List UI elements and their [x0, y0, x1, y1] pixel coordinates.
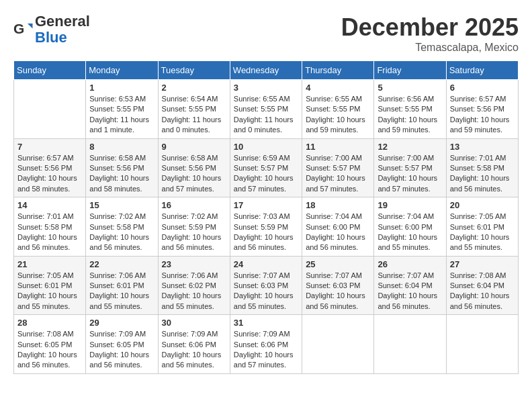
day-info: Sunrise: 6:58 AM Sunset: 5:56 PM Dayligh…	[89, 153, 154, 195]
calendar-cell	[446, 315, 518, 374]
week-row-4: 21Sunrise: 7:05 AM Sunset: 6:01 PM Dayli…	[14, 256, 519, 315]
day-info: Sunrise: 6:57 AM Sunset: 5:56 PM Dayligh…	[17, 153, 82, 195]
calendar-cell: 30Sunrise: 7:09 AM Sunset: 6:06 PM Dayli…	[158, 315, 230, 374]
day-number: 24	[234, 259, 298, 269]
day-number: 12	[378, 142, 442, 152]
day-info: Sunrise: 6:58 AM Sunset: 5:56 PM Dayligh…	[162, 153, 226, 195]
day-info: Sunrise: 7:01 AM Sunset: 5:58 PM Dayligh…	[17, 212, 82, 253]
header-friday: Friday	[374, 61, 446, 80]
calendar-cell: 18Sunrise: 7:04 AM Sunset: 6:00 PM Dayli…	[302, 197, 374, 257]
calendar-table: SundayMondayTuesdayWednesdayThursdayFrid…	[13, 60, 519, 374]
calendar-cell: 22Sunrise: 7:06 AM Sunset: 6:01 PM Dayli…	[86, 256, 158, 315]
day-number: 28	[17, 318, 82, 328]
day-number: 5	[378, 83, 442, 93]
day-number: 6	[450, 83, 515, 93]
svg-marker-1	[28, 24, 33, 29]
day-info: Sunrise: 7:05 AM Sunset: 6:01 PM Dayligh…	[450, 212, 515, 253]
day-info: Sunrise: 7:04 AM Sunset: 6:00 PM Dayligh…	[306, 212, 370, 253]
calendar-cell: 25Sunrise: 7:07 AM Sunset: 6:03 PM Dayli…	[302, 256, 374, 315]
day-info: Sunrise: 6:57 AM Sunset: 5:56 PM Dayligh…	[450, 94, 515, 136]
day-info: Sunrise: 6:55 AM Sunset: 5:55 PM Dayligh…	[234, 94, 298, 136]
day-number: 23	[162, 259, 226, 269]
day-info: Sunrise: 7:08 AM Sunset: 6:05 PM Dayligh…	[17, 329, 82, 371]
location: Temascalapa, Mexico	[341, 42, 519, 54]
calendar-cell: 15Sunrise: 7:02 AM Sunset: 5:58 PM Dayli…	[86, 197, 158, 257]
calendar-cell	[14, 80, 86, 139]
day-number: 25	[306, 259, 370, 269]
day-number: 22	[89, 259, 154, 269]
calendar-cell: 7Sunrise: 6:57 AM Sunset: 5:56 PM Daylig…	[14, 138, 86, 197]
day-number: 17	[234, 200, 298, 210]
day-info: Sunrise: 7:09 AM Sunset: 6:05 PM Dayligh…	[89, 329, 154, 371]
calendar-cell: 8Sunrise: 6:58 AM Sunset: 5:56 PM Daylig…	[86, 138, 158, 197]
logo: G General Blue	[13, 13, 90, 46]
day-info: Sunrise: 6:59 AM Sunset: 5:57 PM Dayligh…	[234, 153, 298, 195]
calendar-cell: 20Sunrise: 7:05 AM Sunset: 6:01 PM Dayli…	[446, 197, 518, 257]
page-header: G General Blue December 2025 Temascalapa…	[13, 13, 519, 54]
day-info: Sunrise: 7:04 AM Sunset: 6:00 PM Dayligh…	[378, 212, 442, 253]
calendar-cell: 4Sunrise: 6:55 AM Sunset: 5:55 PM Daylig…	[302, 80, 374, 139]
calendar-cell: 16Sunrise: 7:02 AM Sunset: 5:59 PM Dayli…	[158, 197, 230, 257]
day-info: Sunrise: 6:56 AM Sunset: 5:55 PM Dayligh…	[378, 94, 442, 136]
day-info: Sunrise: 7:09 AM Sunset: 6:06 PM Dayligh…	[162, 329, 226, 371]
header-tuesday: Tuesday	[158, 61, 230, 80]
svg-text:G: G	[13, 21, 24, 36]
day-info: Sunrise: 7:02 AM Sunset: 5:59 PM Dayligh…	[162, 212, 226, 253]
calendar-cell: 13Sunrise: 7:01 AM Sunset: 5:58 PM Dayli…	[446, 138, 518, 197]
day-number: 16	[162, 200, 226, 210]
week-row-1: 1Sunrise: 6:53 AM Sunset: 5:55 PM Daylig…	[14, 80, 519, 139]
calendar-cell: 10Sunrise: 6:59 AM Sunset: 5:57 PM Dayli…	[230, 138, 302, 197]
day-number: 10	[234, 142, 298, 152]
calendar-cell: 3Sunrise: 6:55 AM Sunset: 5:55 PM Daylig…	[230, 80, 302, 139]
day-number: 30	[162, 318, 226, 328]
header-sunday: Sunday	[14, 61, 86, 80]
title-block: December 2025 Temascalapa, Mexico	[341, 13, 519, 54]
calendar-cell: 1Sunrise: 6:53 AM Sunset: 5:55 PM Daylig…	[86, 80, 158, 139]
day-info: Sunrise: 7:06 AM Sunset: 6:01 PM Dayligh…	[89, 271, 154, 312]
day-number: 31	[234, 318, 298, 328]
calendar-cell: 12Sunrise: 7:00 AM Sunset: 5:57 PM Dayli…	[374, 138, 446, 197]
calendar-cell: 29Sunrise: 7:09 AM Sunset: 6:05 PM Dayli…	[86, 315, 158, 374]
calendar-cell: 27Sunrise: 7:08 AM Sunset: 6:04 PM Dayli…	[446, 256, 518, 315]
calendar-cell: 23Sunrise: 7:06 AM Sunset: 6:02 PM Dayli…	[158, 256, 230, 315]
day-number: 13	[450, 142, 515, 152]
day-info: Sunrise: 7:09 AM Sunset: 6:06 PM Dayligh…	[234, 329, 298, 371]
day-info: Sunrise: 7:00 AM Sunset: 5:57 PM Dayligh…	[306, 153, 370, 195]
logo-text: General Blue	[35, 13, 90, 46]
day-info: Sunrise: 6:53 AM Sunset: 5:55 PM Dayligh…	[89, 94, 154, 136]
week-row-3: 14Sunrise: 7:01 AM Sunset: 5:58 PM Dayli…	[14, 197, 519, 257]
header-wednesday: Wednesday	[230, 61, 302, 80]
day-number: 20	[450, 200, 515, 210]
day-info: Sunrise: 7:01 AM Sunset: 5:58 PM Dayligh…	[450, 153, 515, 195]
calendar-cell: 6Sunrise: 6:57 AM Sunset: 5:56 PM Daylig…	[446, 80, 518, 139]
header-thursday: Thursday	[302, 61, 374, 80]
day-info: Sunrise: 7:07 AM Sunset: 6:03 PM Dayligh…	[234, 271, 298, 312]
day-number: 8	[89, 142, 154, 152]
day-number: 9	[162, 142, 226, 152]
calendar-cell: 26Sunrise: 7:07 AM Sunset: 6:04 PM Dayli…	[374, 256, 446, 315]
calendar-cell: 2Sunrise: 6:54 AM Sunset: 5:55 PM Daylig…	[158, 80, 230, 139]
calendar-cell: 9Sunrise: 6:58 AM Sunset: 5:56 PM Daylig…	[158, 138, 230, 197]
calendar-cell: 17Sunrise: 7:03 AM Sunset: 5:59 PM Dayli…	[230, 197, 302, 257]
calendar-cell: 28Sunrise: 7:08 AM Sunset: 6:05 PM Dayli…	[14, 315, 86, 374]
day-info: Sunrise: 7:06 AM Sunset: 6:02 PM Dayligh…	[162, 271, 226, 312]
calendar-cell: 24Sunrise: 7:07 AM Sunset: 6:03 PM Dayli…	[230, 256, 302, 315]
calendar-cell: 14Sunrise: 7:01 AM Sunset: 5:58 PM Dayli…	[14, 197, 86, 257]
day-info: Sunrise: 7:03 AM Sunset: 5:59 PM Dayligh…	[234, 212, 298, 253]
day-info: Sunrise: 7:07 AM Sunset: 6:03 PM Dayligh…	[306, 271, 370, 312]
day-number: 21	[17, 259, 82, 269]
day-info: Sunrise: 7:05 AM Sunset: 6:01 PM Dayligh…	[17, 271, 82, 312]
day-info: Sunrise: 7:07 AM Sunset: 6:04 PM Dayligh…	[378, 271, 442, 312]
day-number: 2	[162, 83, 226, 93]
day-number: 29	[89, 318, 154, 328]
day-number: 3	[234, 83, 298, 93]
day-number: 18	[306, 200, 370, 210]
day-info: Sunrise: 7:08 AM Sunset: 6:04 PM Dayligh…	[450, 271, 515, 312]
calendar-cell: 31Sunrise: 7:09 AM Sunset: 6:06 PM Dayli…	[230, 315, 302, 374]
day-number: 19	[378, 200, 442, 210]
day-info: Sunrise: 7:00 AM Sunset: 5:57 PM Dayligh…	[378, 153, 442, 195]
header-monday: Monday	[86, 61, 158, 80]
month-title: December 2025	[341, 13, 519, 42]
day-info: Sunrise: 6:55 AM Sunset: 5:55 PM Dayligh…	[306, 94, 370, 136]
calendar-cell: 11Sunrise: 7:00 AM Sunset: 5:57 PM Dayli…	[302, 138, 374, 197]
